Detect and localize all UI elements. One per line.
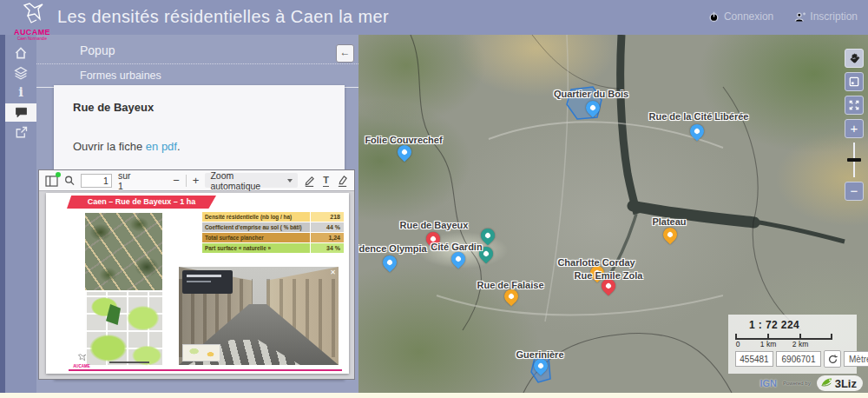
mouse-position-row: Mètres <box>735 350 850 368</box>
stat-label: Part surface « naturelle » <box>202 243 310 253</box>
scalebar-label: 2 km <box>792 340 808 348</box>
open-text: Ouvrir la fiche <box>73 140 146 153</box>
pdf-viewer: sur 1 − + Zoom automatique T Caen – Rue … <box>38 169 355 380</box>
zoom-slider[interactable] <box>845 143 864 177</box>
app-header: Les densités résidentielles à Caen la me… <box>0 0 868 35</box>
external-link-icon <box>15 126 28 139</box>
coordinate-x-input[interactable] <box>735 351 773 367</box>
panel-header: Popup ← <box>36 35 358 64</box>
feature-title: Rue de Bayeux <box>73 101 345 114</box>
marker-label: Rue de Falaise <box>477 280 543 290</box>
stats-table: Densité résidentielle (nb log / ha) 218 … <box>202 212 344 254</box>
stat-label: Coefficient d'emprise au sol ( % bâti) <box>202 222 310 232</box>
document-banner: Caen – Rue de Bayeux – 1 ha <box>67 196 216 209</box>
sidebar-item-share[interactable] <box>5 123 36 142</box>
page-title: Les densités résidentielles à Caen la me… <box>57 7 389 27</box>
page-number-input[interactable] <box>81 174 112 188</box>
pen-icon[interactable] <box>304 175 315 187</box>
scalebar-tick <box>831 334 832 340</box>
signup-button[interactable]: Inscription <box>794 10 858 23</box>
page-count-label: sur 1 <box>118 170 136 191</box>
scalebar-tick <box>735 334 737 340</box>
aucame-logo: AUCAME Caen Normandie <box>8 2 56 41</box>
login-button[interactable]: Connexion <box>708 10 773 23</box>
layer-section-header: Formes urbaines <box>36 64 358 88</box>
unit-select[interactable]: Mètres <box>844 351 868 367</box>
3liz-label: 3Liz <box>835 377 857 390</box>
zoom-extent-button[interactable] <box>845 96 864 115</box>
marker-label: Rue de Bayeux <box>400 220 469 230</box>
zoom-out-map-button[interactable]: − <box>845 182 864 201</box>
scalebar-label: 0 <box>736 340 740 348</box>
sidebar-item-layers[interactable] <box>5 63 36 82</box>
zoom-in-button[interactable]: + <box>193 175 200 186</box>
table-row: Coefficient d'emprise au sol ( % bâti) 4… <box>202 222 344 232</box>
pdf-toolbar: sur 1 − + Zoom automatique T <box>39 170 354 191</box>
panel-collapse-button[interactable]: ← <box>336 44 354 63</box>
landuse-park-patch <box>106 304 121 325</box>
streetview-minimap <box>182 344 220 362</box>
coordinate-y-input[interactable] <box>776 351 821 367</box>
zoom-mode-select[interactable]: Zoom automatique <box>205 173 298 188</box>
map-attribution: IGN Powered by 3Liz <box>760 375 863 391</box>
layers-icon <box>14 66 28 80</box>
3liz-logo[interactable]: 3Liz <box>817 375 863 391</box>
ign-attribution[interactable]: IGN <box>760 378 777 388</box>
open-text-end: . <box>177 140 181 153</box>
logo-text: AUCAME <box>8 28 56 36</box>
table-row: Part surface « naturelle » 34 % <box>202 243 344 253</box>
document-footer-rule <box>69 369 342 371</box>
pdf-link[interactable]: en pdf <box>146 140 177 153</box>
pan-tool-button[interactable] <box>845 49 864 68</box>
zoom-box-icon <box>849 76 859 87</box>
stat-label: Densité résidentielle (nb log / ha) <box>202 212 310 222</box>
aucame-logo-icon <box>17 2 47 28</box>
marker-label: Plateau <box>652 216 686 227</box>
power-icon <box>708 11 720 23</box>
unit-value: Mètres <box>849 355 868 364</box>
table-row: Total surface plancher 1,24 <box>202 233 344 242</box>
marker-label: Folie Couvrechef <box>365 135 442 145</box>
streetview-info-card <box>182 270 233 294</box>
scalebar-tick <box>799 334 801 340</box>
home-icon <box>14 46 28 60</box>
text-tool-icon[interactable]: T <box>323 175 329 187</box>
coordinates-refresh-button[interactable] <box>824 350 841 368</box>
stat-value: 34 % <box>311 243 344 253</box>
zoom-box-button[interactable] <box>845 72 864 91</box>
aucame-mini-text: AUCAME <box>70 364 93 368</box>
zoom-out-button[interactable]: − <box>173 175 180 186</box>
scalebar-line <box>735 338 832 340</box>
notification-dot <box>56 172 61 177</box>
sidebar-item-home[interactable] <box>5 43 36 62</box>
scale-ratio: 1 : 72 224 <box>749 319 850 331</box>
zoom-slider-handle[interactable] <box>847 158 861 162</box>
pdf-sidebar-toggle[interactable] <box>45 175 58 186</box>
logo-subtext: Caen Normandie <box>8 36 56 41</box>
pdf-editor-tools: T <box>304 175 348 187</box>
search-icon[interactable] <box>64 175 75 186</box>
scalebar: 0 1 km 2 km <box>735 333 850 348</box>
toolbar-divider <box>186 175 187 187</box>
panel-title-label: Popup <box>80 43 115 57</box>
sidebar-item-info[interactable]: i <box>5 83 36 102</box>
scalebar-label: 1 km <box>760 340 776 348</box>
auth-links: Connexion Inscription <box>708 10 858 23</box>
sidebar-toggle-icon <box>45 176 58 187</box>
highlighter-icon[interactable] <box>337 175 348 187</box>
zoom-mode-value: Zoom automatique <box>210 170 279 191</box>
refresh-icon <box>828 355 838 364</box>
map-canvas[interactable]: Quartier du BoisRue de la Cité LibéréeFo… <box>358 35 868 393</box>
marker-label: Guerinière <box>516 349 563 360</box>
zoom-in-map-button[interactable]: + <box>845 119 864 138</box>
scalebar-tick <box>767 334 769 340</box>
aucame-mini-icon <box>76 354 88 364</box>
hand-icon <box>849 53 860 64</box>
expand-arrows-icon <box>849 100 859 110</box>
table-row: Densité résidentielle (nb log / ha) 218 <box>202 212 344 222</box>
marker-label: Résidence Olympia <box>358 243 427 254</box>
marker-label: Rue Emile Zola <box>575 270 643 281</box>
aucame-footer-logo: AUCAME <box>70 354 93 368</box>
sidebar-item-popup[interactable] <box>5 103 36 122</box>
3liz-bird-icon <box>819 376 833 390</box>
